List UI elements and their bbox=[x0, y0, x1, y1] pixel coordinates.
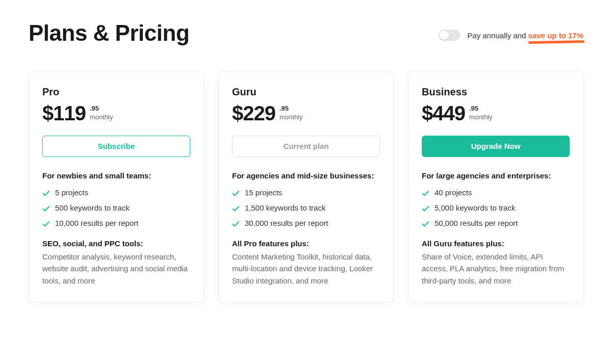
price-side: .95 monthly bbox=[279, 103, 303, 122]
feature-item: 40 projects bbox=[422, 188, 570, 197]
feature-text: 50,000 results per report bbox=[435, 219, 518, 227]
plan-name: Business bbox=[422, 86, 570, 98]
plan-card-business: Business $449 .95 monthly Upgrade Now Fo… bbox=[408, 71, 583, 302]
audience-heading: For newbies and small teams: bbox=[42, 170, 190, 181]
feature-text: 5 projects bbox=[55, 188, 88, 197]
feature-item: 10,000 results per report bbox=[42, 219, 190, 228]
price-cents: .95 bbox=[469, 105, 493, 113]
price-row: $449 .95 monthly bbox=[422, 103, 570, 123]
check-icon bbox=[422, 190, 429, 197]
plan-card-pro: Pro $119 .95 monthly Subscribe For newbi… bbox=[29, 71, 204, 302]
feature-item: 5 projects bbox=[42, 188, 190, 197]
billing-toggle-label: Pay annually and save up to 17% bbox=[467, 31, 583, 40]
check-icon bbox=[422, 220, 429, 228]
check-icon bbox=[232, 205, 240, 213]
feature-text: 15 projects bbox=[245, 188, 282, 197]
check-icon bbox=[42, 190, 50, 197]
extras-title: SEO, social, and PPC tools: bbox=[42, 239, 190, 248]
price-row: $119 .95 monthly bbox=[42, 103, 190, 123]
page-title: Plans & Pricing bbox=[29, 20, 189, 46]
feature-text: 10,000 results per report bbox=[55, 219, 138, 227]
subscribe-button[interactable]: Subscribe bbox=[42, 136, 190, 157]
header-row: Plans & Pricing Pay annually and save up… bbox=[29, 20, 583, 46]
feature-text: 5,000 keywords to track bbox=[435, 203, 515, 212]
price-side: .95 monthly bbox=[90, 103, 113, 122]
price-period: monthly bbox=[469, 113, 493, 122]
extras-desc: Share of Voice, extended limits, API acc… bbox=[422, 251, 570, 287]
feature-item: 50,000 results per report bbox=[422, 219, 570, 228]
upgrade-now-button[interactable]: Upgrade Now bbox=[422, 136, 570, 157]
feature-item: 1,500 keywords to track bbox=[232, 203, 380, 213]
billing-toggle[interactable] bbox=[439, 30, 460, 41]
plan-name: Guru bbox=[232, 86, 380, 98]
check-icon bbox=[42, 220, 50, 228]
price-period: monthly bbox=[279, 113, 303, 122]
feature-item: 5,000 keywords to track bbox=[422, 203, 570, 213]
check-icon bbox=[232, 190, 240, 197]
price-main: $229 bbox=[232, 103, 275, 123]
extras-title: All Guru features plus: bbox=[422, 239, 570, 248]
price-main: $449 bbox=[422, 103, 465, 123]
check-icon bbox=[422, 205, 429, 213]
check-icon bbox=[232, 220, 240, 228]
price-main: $119 bbox=[42, 103, 86, 123]
extras-desc: Content Marketing Toolkit, historical da… bbox=[232, 251, 380, 287]
extras-desc: Competitor analysis, keyword research, w… bbox=[42, 251, 190, 287]
check-icon bbox=[42, 205, 50, 213]
feature-item: 30,000 results per report bbox=[232, 219, 380, 228]
feature-text: 40 projects bbox=[435, 188, 472, 197]
audience-heading: For large agencies and enterprises: bbox=[422, 170, 570, 181]
feature-list: 40 projects 5,000 keywords to track 50,0… bbox=[422, 188, 570, 228]
feature-text: 500 keywords to track bbox=[55, 203, 130, 212]
feature-list: 15 projects 1,500 keywords to track 30,0… bbox=[232, 188, 380, 228]
price-cents: .95 bbox=[279, 105, 303, 113]
price-period: monthly bbox=[90, 113, 113, 122]
feature-list: 5 projects 500 keywords to track 10,000 … bbox=[42, 188, 190, 228]
current-plan-button: Current plan bbox=[232, 136, 380, 157]
feature-item: 15 projects bbox=[232, 188, 380, 197]
plan-name: Pro bbox=[42, 86, 190, 98]
extras-title: All Pro features plus: bbox=[232, 239, 380, 248]
price-cents: .95 bbox=[90, 105, 113, 113]
plan-card-guru: Guru $229 .95 monthly Current plan For a… bbox=[218, 71, 394, 302]
toggle-highlight: save up to 17% bbox=[528, 31, 583, 40]
audience-heading: For agencies and mid-size businesses: bbox=[232, 170, 380, 181]
feature-text: 1,500 keywords to track bbox=[245, 203, 325, 212]
toggle-prefix: Pay annually and bbox=[467, 31, 528, 40]
billing-toggle-area: Pay annually and save up to 17% bbox=[439, 30, 583, 41]
feature-item: 500 keywords to track bbox=[42, 203, 190, 213]
plans-grid: Pro $119 .95 monthly Subscribe For newbi… bbox=[29, 71, 583, 302]
feature-text: 30,000 results per report bbox=[245, 219, 328, 227]
price-side: .95 monthly bbox=[469, 103, 493, 122]
price-row: $229 .95 monthly bbox=[232, 103, 380, 123]
toggle-knob bbox=[440, 31, 449, 40]
